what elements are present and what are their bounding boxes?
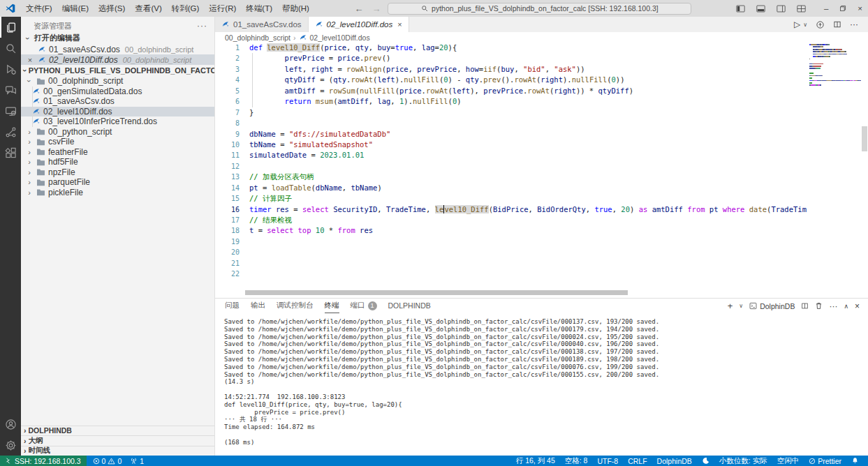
editor-tab[interactable]: 02_level10Diff.dos× (309, 17, 409, 32)
menu-item-2[interactable]: 选择(S) (94, 0, 130, 17)
menu-item-1[interactable]: 编辑(E) (57, 0, 94, 17)
minimize-button[interactable]: – (818, 0, 834, 17)
open-editor-item[interactable]: 01_saveAsCsv.dos00_dolphindb_script (21, 44, 214, 54)
toggle-secondary-sidebar-icon[interactable] (771, 0, 791, 17)
statusbar-item--[interactable]: 小数位数: 实际 (716, 456, 771, 466)
slash-icon (809, 458, 816, 465)
breadcrumb-file[interactable]: 02_level10Diff.dos (310, 33, 370, 42)
panel-tab[interactable]: 输出 (251, 299, 265, 313)
forward-icon[interactable]: → (370, 4, 382, 13)
maximize-button[interactable] (834, 0, 852, 17)
open-editor-item[interactable]: ×02_level10Diff.dos00_dolphindb_script (21, 54, 214, 65)
open-editor-desc: 00_dolphindb_script (123, 56, 191, 64)
close-window-button[interactable]: × (852, 0, 868, 17)
menu-item-0[interactable]: 文件(F) (21, 0, 57, 17)
command-center-search[interactable]: python_plus_file_VS_dolphindb_on_factor_… (388, 3, 691, 15)
editor-tab[interactable]: 01_saveAsCsv.dos (215, 17, 309, 32)
terminal-list-item[interactable]: DolphinDB (749, 302, 795, 310)
vertical-scrollbar[interactable] (862, 126, 867, 151)
search-icon[interactable] (0, 38, 21, 59)
sidebar-section-1[interactable]: ›大纲 (21, 435, 214, 446)
tree-folder[interactable]: ›00_python_script (21, 127, 214, 137)
statusbar-item-dolphindb[interactable]: DolphinDB (654, 457, 696, 465)
menu-item-5[interactable]: 运行(R) (204, 0, 241, 17)
code-line: 10tbName = "simulatedSnapshot" (215, 140, 868, 150)
menu-item-7[interactable]: 帮助(H) (277, 0, 314, 17)
statusbar-item--8[interactable]: 空格: 8 (561, 456, 591, 466)
close-tab-icon[interactable]: × (397, 20, 402, 29)
tree-folder[interactable]: ›parquetFile (21, 177, 214, 188)
panel-tab[interactable]: 终端 (325, 299, 339, 313)
menu-item-4[interactable]: 转到(G) (167, 0, 205, 17)
toggle-sidebar-icon[interactable] (730, 0, 751, 17)
gear-icon[interactable] (0, 435, 21, 456)
sidebar-section-2[interactable]: ›时间线 (21, 446, 214, 456)
graph-icon[interactable] (0, 121, 21, 142)
customize-layout-icon[interactable] (791, 0, 811, 17)
statusbar-item-prettier[interactable]: Prettier (805, 457, 845, 465)
statusbar-item-utf-8[interactable]: UTF-8 (594, 457, 621, 465)
kill-terminal-icon[interactable] (815, 302, 823, 310)
tree-file[interactable]: 01_saveAsCsv.dos (21, 96, 214, 107)
tree-folder[interactable]: ›pickleFile (21, 188, 214, 198)
split-terminal-icon[interactable] (801, 302, 809, 310)
statusbar-item-moon[interactable] (698, 457, 713, 465)
tree-folder[interactable]: ›00_dolphindb_script (21, 76, 214, 87)
tree-folder[interactable]: ›csvFile (21, 137, 214, 147)
new-terminal-icon[interactable]: + (728, 301, 733, 311)
line-number: 8 (215, 118, 241, 128)
debug-icon[interactable] (0, 59, 21, 80)
split-editor-icon[interactable] (833, 20, 841, 29)
ports-indicator[interactable]: 1 (126, 457, 147, 465)
tree-folder[interactable]: ›featherFile (21, 147, 214, 158)
upload-icon[interactable] (816, 20, 825, 29)
close-editor-icon[interactable]: × (25, 56, 35, 64)
panel-tab[interactable]: 问题 (225, 299, 240, 313)
statusbar-item-crlf[interactable]: CRLF (624, 457, 650, 465)
tree-folder[interactable]: ›hdf5File (21, 157, 214, 167)
maximize-panel-icon[interactable]: ∧ (844, 303, 848, 310)
workspace-folder-header[interactable]: › PYTHON_PLUS_FILE_VS_DOLPHINDB_ON_FACTO… (21, 65, 214, 76)
panel-more-actions-icon[interactable]: ··· (829, 301, 837, 311)
horizontal-scrollbar[interactable] (245, 290, 628, 295)
problems-indicator[interactable]: 0 0 (89, 457, 126, 465)
code-editor[interactable]: 1def level10_Diff(price, qty, buy=true, … (215, 43, 868, 298)
statusbar-item-label: 小数位数: 实际 (719, 456, 767, 466)
back-icon[interactable]: ← (353, 4, 365, 13)
chat-icon[interactable] (0, 80, 21, 100)
tree-file[interactable]: 00_genSimulatedData.dos (21, 87, 214, 97)
minimap[interactable] (807, 44, 861, 97)
menu-item-6[interactable]: 终端(T) (241, 0, 277, 17)
panel-tab[interactable]: 调试控制台 (277, 299, 314, 313)
run-file-icon[interactable]: ▷ (794, 20, 800, 29)
code-line: 7} (215, 107, 868, 118)
statusbar-item--16-45[interactable]: 行 16, 列 45 (513, 456, 559, 466)
open-editors-header[interactable]: › 打开的编辑器 (21, 32, 214, 44)
terminal-dropdown-icon[interactable]: ∨ (739, 303, 743, 309)
tree-file[interactable]: 03_level10InferPriceTrend.dos (21, 116, 214, 127)
remote-indicator[interactable]: SSH: 192.168.100.3 (0, 456, 87, 466)
tree-folder[interactable]: ›npzFile (21, 167, 214, 178)
run-dropdown-icon[interactable]: ∨ (803, 22, 807, 28)
account-icon[interactable] (0, 414, 21, 435)
terminal-output[interactable]: Saved to /home/wjchen/workfile/demo/pyth… (215, 313, 868, 456)
sidebar-section-label: DOLPHINDB (29, 426, 72, 435)
files-icon[interactable] (0, 17, 21, 38)
statusbar-item-bell[interactable] (848, 457, 862, 465)
panel-tab[interactable]: 端口1 (351, 299, 377, 313)
line-number: 4 (215, 75, 241, 85)
editor-more-actions-icon[interactable]: ··· (850, 20, 858, 29)
statusbar-item-label: 行 16, 列 45 (516, 456, 555, 466)
statusbar-item-label: 空闲中 (777, 456, 800, 466)
tree-file[interactable]: 02_level10Diff.dos (21, 107, 214, 117)
extensions-icon[interactable] (0, 142, 21, 163)
close-panel-icon[interactable]: × (855, 301, 860, 311)
breadcrumb-folder[interactable]: 00_dolphindb_script (225, 33, 290, 42)
sidebar-section-0[interactable]: ›DOLPHINDB (21, 426, 214, 436)
panel-tab[interactable]: DOLPHINDB (388, 299, 431, 313)
statusbar-item--[interactable]: 空闲中 (774, 456, 803, 466)
remote-explorer-icon[interactable] (0, 100, 21, 121)
toggle-panel-icon[interactable] (751, 0, 771, 17)
menu-item-3[interactable]: 查看(V) (130, 0, 166, 17)
sidebar-more-actions-icon[interactable]: ··· (197, 21, 207, 31)
